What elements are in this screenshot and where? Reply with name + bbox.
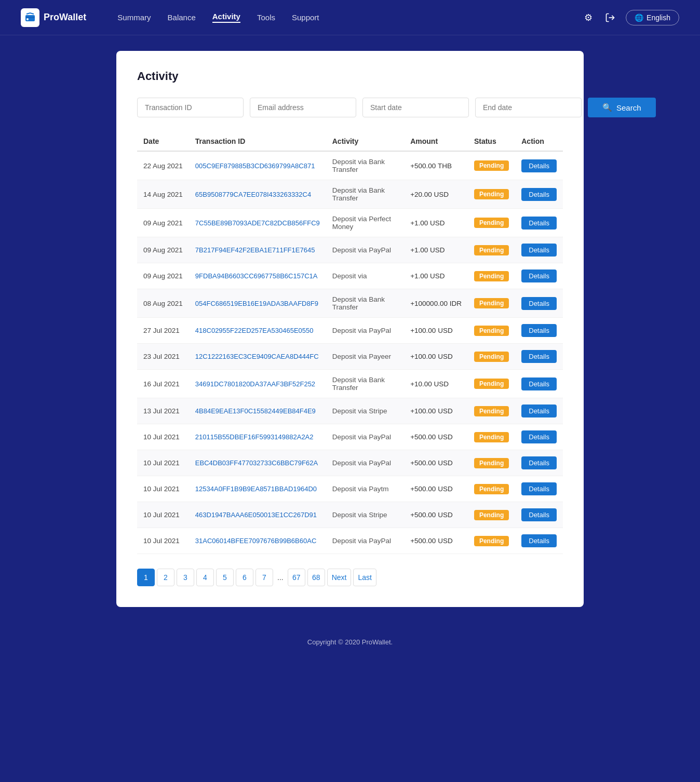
details-button[interactable]: Details bbox=[521, 244, 557, 257]
end-date-input[interactable] bbox=[475, 98, 582, 117]
page-btn-6[interactable]: 6 bbox=[236, 569, 253, 586]
cell-amount: +500.00 USD bbox=[404, 476, 468, 502]
cell-txid: 12C1222163EC3CE9409CAEA8D444FC bbox=[189, 344, 326, 370]
start-date-input[interactable] bbox=[362, 98, 469, 117]
page-btn-4[interactable]: 4 bbox=[196, 569, 214, 586]
cell-amount: +500.00 THB bbox=[404, 151, 468, 180]
cell-date: 13 Jul 2021 bbox=[137, 398, 189, 424]
nav-balance[interactable]: Balance bbox=[168, 13, 196, 22]
details-button[interactable]: Details bbox=[521, 188, 557, 201]
table-row: 10 Jul 2021 31AC06014BFEE7097676B99B6B60… bbox=[137, 528, 563, 554]
cell-date: 09 Aug 2021 bbox=[137, 263, 189, 289]
cell-txid: 34691DC7801820DA37AAF3BF52F252 bbox=[189, 370, 326, 398]
page-btn-68[interactable]: 68 bbox=[307, 569, 325, 586]
status-badge: Pending bbox=[474, 218, 509, 228]
table-row: 22 Aug 2021 005C9EF879885B3CD6369799A8C8… bbox=[137, 151, 563, 180]
cell-amount: +100.00 USD bbox=[404, 344, 468, 370]
cell-status: Pending bbox=[468, 289, 515, 318]
table-row: 14 Aug 2021 65B9508779CA7EE078I433263332… bbox=[137, 180, 563, 209]
cell-status: Pending bbox=[468, 180, 515, 209]
details-button[interactable]: Details bbox=[521, 377, 557, 390]
page-btn-5[interactable]: 5 bbox=[216, 569, 234, 586]
cell-amount: +500.00 USD bbox=[404, 528, 468, 554]
details-button[interactable]: Details bbox=[521, 324, 557, 337]
nav-links: Summary Balance Activity Tools Support bbox=[117, 12, 582, 23]
activity-table-wrapper: Date Transaction ID Activity Amount Stat… bbox=[137, 132, 563, 554]
details-button[interactable]: Details bbox=[521, 350, 557, 363]
cell-activity: Deposit via Bank Transfer bbox=[326, 151, 404, 180]
last-button[interactable]: Last bbox=[353, 569, 376, 586]
logout-icon[interactable] bbox=[603, 10, 617, 25]
table-body: 22 Aug 2021 005C9EF879885B3CD6369799A8C8… bbox=[137, 151, 563, 554]
next-button[interactable]: Next bbox=[327, 569, 352, 586]
col-amount: Amount bbox=[404, 132, 468, 151]
cell-action: Details bbox=[515, 180, 563, 209]
cell-activity: Deposit via Paytm bbox=[326, 476, 404, 502]
search-button-label: Search bbox=[616, 103, 641, 112]
activity-table: Date Transaction ID Activity Amount Stat… bbox=[137, 132, 563, 554]
col-status: Status bbox=[468, 132, 515, 151]
cell-activity: Deposit via Perfect Money bbox=[326, 209, 404, 237]
cell-date: 10 Jul 2021 bbox=[137, 424, 189, 450]
txid-input[interactable] bbox=[137, 98, 244, 117]
cell-activity: Deposit via PayPal bbox=[326, 528, 404, 554]
details-button[interactable]: Details bbox=[521, 482, 557, 495]
nav-activity[interactable]: Activity bbox=[212, 12, 240, 23]
cell-action: Details bbox=[515, 528, 563, 554]
svg-rect-1 bbox=[25, 17, 35, 18]
page-btn-3[interactable]: 3 bbox=[177, 569, 194, 586]
details-button[interactable]: Details bbox=[521, 430, 557, 443]
cell-txid: 210115B55DBEF16F5993149882A2A2 bbox=[189, 424, 326, 450]
table-row: 27 Jul 2021 418C02955F22ED257EA530465E05… bbox=[137, 318, 563, 344]
email-input[interactable] bbox=[250, 98, 356, 117]
cell-status: Pending bbox=[468, 263, 515, 289]
details-button[interactable]: Details bbox=[521, 405, 557, 417]
cell-date: 09 Aug 2021 bbox=[137, 209, 189, 237]
status-badge: Pending bbox=[474, 484, 509, 494]
cell-amount: +20.00 USD bbox=[404, 180, 468, 209]
cell-txid: 65B9508779CA7EE078I433263332C4 bbox=[189, 180, 326, 209]
brand-logo[interactable]: ProWallet bbox=[21, 8, 86, 27]
nav-tools[interactable]: Tools bbox=[257, 13, 275, 22]
cell-status: Pending bbox=[468, 370, 515, 398]
nav-support[interactable]: Support bbox=[292, 13, 319, 22]
status-badge: Pending bbox=[474, 432, 509, 442]
cell-amount: +1.00 USD bbox=[404, 209, 468, 237]
details-button[interactable]: Details bbox=[521, 456, 557, 469]
details-button[interactable]: Details bbox=[521, 159, 557, 172]
language-button[interactable]: 🌐 English bbox=[626, 10, 679, 25]
nav-summary[interactable]: Summary bbox=[117, 13, 151, 22]
cell-status: Pending bbox=[468, 450, 515, 476]
table-row: 10 Jul 2021 463D1947BAAA6E050013E1CC267D… bbox=[137, 502, 563, 528]
status-badge: Pending bbox=[474, 271, 509, 281]
cell-txid: 7C55BE89B7093ADE7C82DCB856FFC9 bbox=[189, 209, 326, 237]
cell-txid: 4B84E9EAE13F0C15582449EB84F4E9 bbox=[189, 398, 326, 424]
details-button[interactable]: Details bbox=[521, 297, 557, 310]
table-row: 13 Jul 2021 4B84E9EAE13F0C15582449EB84F4… bbox=[137, 398, 563, 424]
page-btn-1[interactable]: 1 bbox=[137, 569, 155, 586]
cell-amount: +100000.00 IDR bbox=[404, 289, 468, 318]
details-button[interactable]: Details bbox=[521, 269, 557, 282]
cell-date: 10 Jul 2021 bbox=[137, 528, 189, 554]
col-txid: Transaction ID bbox=[189, 132, 326, 151]
cell-status: Pending bbox=[468, 398, 515, 424]
cell-date: 09 Aug 2021 bbox=[137, 237, 189, 263]
details-button[interactable]: Details bbox=[521, 217, 557, 230]
cell-activity: Deposit via Stripe bbox=[326, 398, 404, 424]
cell-date: 10 Jul 2021 bbox=[137, 476, 189, 502]
cell-action: Details bbox=[515, 289, 563, 318]
page-btn-2[interactable]: 2 bbox=[157, 569, 174, 586]
page-btn-7[interactable]: 7 bbox=[255, 569, 273, 586]
details-button[interactable]: Details bbox=[521, 534, 557, 547]
status-badge: Pending bbox=[474, 326, 509, 336]
search-button[interactable]: 🔍 Search bbox=[588, 98, 656, 117]
page-btn-67[interactable]: 67 bbox=[288, 569, 305, 586]
settings-icon[interactable]: ⚙ bbox=[582, 10, 595, 25]
details-button[interactable]: Details bbox=[521, 508, 557, 521]
cell-activity: Deposit via Bank Transfer bbox=[326, 289, 404, 318]
status-badge: Pending bbox=[474, 160, 509, 171]
status-badge: Pending bbox=[474, 189, 509, 199]
cell-txid: 005C9EF879885B3CD6369799A8C871 bbox=[189, 151, 326, 180]
cell-amount: +1.00 USD bbox=[404, 263, 468, 289]
cell-action: Details bbox=[515, 318, 563, 344]
